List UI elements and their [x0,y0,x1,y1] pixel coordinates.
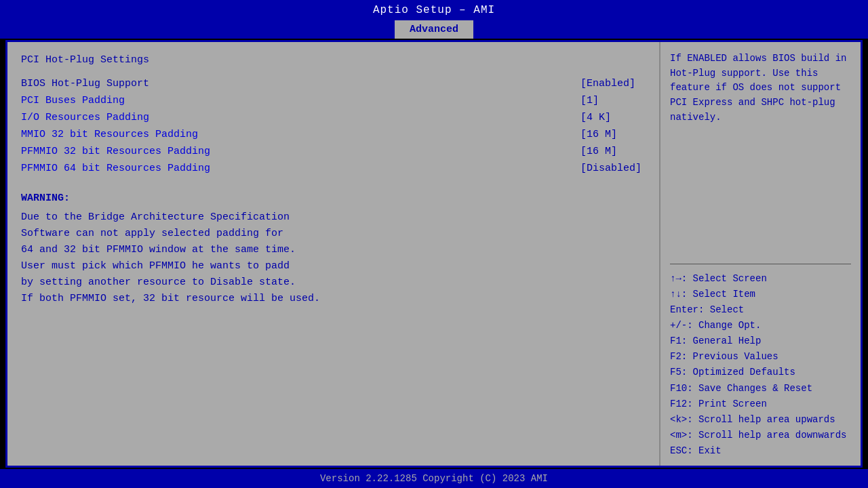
key-f12: F12: Print Screen [670,396,851,412]
app-header: Aptio Setup – AMI [0,0,868,20]
setting-row-bios-hotplug: BIOS Hot-Plug Support [Enabled] [21,78,648,89]
key-f10: F10: Save Changes & Reset [670,381,851,396]
setting-value-io-resources: [4 K] [580,112,648,123]
key-k: <k>: Scroll help area upwards [670,412,851,428]
setting-value-pfmmio32: [16 M] [580,146,648,157]
key-m: <m>: Scroll help area downwards [670,428,851,443]
key-f5: F5: Optimized Defaults [670,365,851,380]
key-change-opt: +/-: Change Opt. [670,318,851,333]
setting-label-pci-buses: PCI Buses Padding [21,95,125,106]
warning-line-5: If both PFMMIO set, 32 bit resource will… [21,291,648,307]
divider [670,264,851,264]
key-enter: Enter: Select [670,302,851,318]
app-title: Aptio Setup – AMI [373,4,495,16]
footer-text: Version 2.22.1285 Copyright (C) 2023 AMI [320,473,548,484]
key-f2: F2: Previous Values [670,349,851,365]
warning-line-2: 64 and 32 bit PFMMIO window at the same … [21,242,648,258]
warning-line-3: User must pick which PFMMIO he wants to … [21,258,648,274]
setting-row-pci-buses[interactable]: PCI Buses Padding [1] [21,95,648,106]
setting-label-mmio32: MMIO 32 bit Resources Padding [21,129,198,140]
setting-label-pfmmio32: PFMMIO 32 bit Resources Padding [21,146,210,157]
warning-line-4: by setting another resource to Disable s… [21,274,648,291]
warning-title: WARNING: [21,190,648,207]
section-title: PCI Hot-Plug Settings [21,54,648,66]
setting-label-pfmmio64: PFMMIO 64 bit Resources Padding [21,163,210,174]
setting-value-bios-hotplug: [Enabled] [580,78,648,89]
tab-bar: Advanced [0,20,868,39]
key-select-item: ↑↓: Select Item [670,287,851,302]
warning-section: WARNING: Due to the Bridge Architecture … [21,190,648,307]
setting-value-pci-buses: [1] [580,95,648,106]
app: Aptio Setup – AMI Advanced PCI Hot-Plug … [0,0,868,488]
setting-value-pfmmio64: [Disabled] [580,163,648,174]
setting-row-io-resources[interactable]: I/O Resources Padding [4 K] [21,112,648,123]
left-panel: PCI Hot-Plug Settings BIOS Hot-Plug Supp… [7,42,660,466]
app-footer: Version 2.22.1285 Copyright (C) 2023 AMI [0,469,868,488]
setting-row-pfmmio32[interactable]: PFMMIO 32 bit Resources Padding [16 M] [21,146,648,157]
setting-row-pfmmio64[interactable]: PFMMIO 64 bit Resources Padding [Disable… [21,163,648,174]
right-panel: If ENABLED allows BIOS build in Hot-Plug… [660,42,861,466]
setting-row-mmio32[interactable]: MMIO 32 bit Resources Padding [16 M] [21,129,648,140]
setting-label-io-resources: I/O Resources Padding [21,112,149,123]
help-text: If ENABLED allows BIOS build in Hot-Plug… [670,52,851,257]
keybindings: ↑→: Select Screen ↑↓: Select Item Enter:… [670,271,851,459]
warning-line-0: Due to the Bridge Architecture Specifica… [21,209,648,226]
key-f1: F1: General Help [670,333,851,349]
setting-label-bios-hotplug: BIOS Hot-Plug Support [21,78,149,89]
tab-advanced[interactable]: Advanced [395,20,473,39]
setting-value-mmio32: [16 M] [580,129,648,140]
key-esc: ESC: Exit [670,443,851,459]
key-select-screen: ↑→: Select Screen [670,271,851,287]
main-content: PCI Hot-Plug Settings BIOS Hot-Plug Supp… [5,40,863,468]
warning-line-1: Software can not apply selected padding … [21,226,648,242]
